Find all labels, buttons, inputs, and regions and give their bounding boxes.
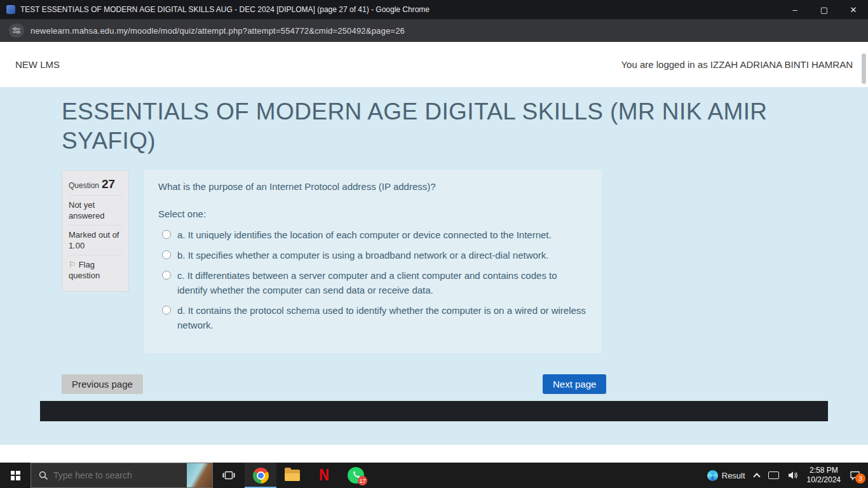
window-controls: – ▢ ✕ <box>780 0 868 19</box>
flag-icon: ⚐ <box>69 260 76 269</box>
touch-keyboard-icon[interactable] <box>768 471 779 479</box>
browser-titlebar: TEST ESSENTIALS OF MODERN AGE DIGITAL SK… <box>0 0 868 19</box>
notification-badge: 3 <box>855 473 865 484</box>
task-view-icon <box>222 470 235 481</box>
action-center-button[interactable]: 3 <box>850 470 860 480</box>
site-header: NEW LMS You are logged in as IZZAH ADRIA… <box>0 42 868 87</box>
netflix-icon: N <box>319 466 329 485</box>
question-number-row: Question27 <box>69 175 122 195</box>
chrome-icon <box>253 468 269 484</box>
show-hidden-icons-chevron-icon[interactable] <box>753 473 760 480</box>
option-c-radio[interactable] <box>162 271 171 280</box>
window-title: TEST ESSENTIALS OF MODERN AGE DIGITAL SK… <box>20 5 780 14</box>
answer-option-b[interactable]: b. It specifies whether a computer is us… <box>158 248 588 262</box>
question-info-box: Question27 Not yet answered Marked out o… <box>62 170 129 292</box>
select-one-prompt: Select one: <box>158 208 588 219</box>
scrollbar-thumb[interactable] <box>862 53 866 84</box>
option-a-label[interactable]: a. It uniquely identifies the location o… <box>177 227 552 242</box>
question-label: Question <box>69 181 99 190</box>
url-bar[interactable]: newelearn.mahsa.edu.my/moodle/mod/quiz/a… <box>0 19 868 42</box>
question-status: Not yet answered <box>69 195 122 225</box>
option-b-radio[interactable] <box>162 250 171 259</box>
tune-icon <box>12 27 21 34</box>
answer-option-d[interactable]: d. It contains the protocol schema used … <box>158 303 588 332</box>
question-marks: Marked out of 1.00 <box>69 225 122 255</box>
site-settings-icon[interactable] <box>9 24 24 37</box>
course-title: ESSENTIALS OF MODERN AGE DIGITAL SKILLS … <box>62 97 773 156</box>
footer-bar <box>40 401 828 421</box>
start-button[interactable] <box>0 463 31 488</box>
option-c-label[interactable]: c. It differentiates between a server co… <box>177 268 588 297</box>
whatsapp-badge: 17 <box>358 476 367 485</box>
maximize-button[interactable]: ▢ <box>810 0 839 19</box>
taskbar-netflix-button[interactable]: N <box>308 463 340 488</box>
site-brand[interactable]: NEW LMS <box>15 59 60 70</box>
taskbar-file-explorer-button[interactable] <box>276 463 308 488</box>
task-view-button[interactable] <box>213 463 245 488</box>
volume-icon[interactable] <box>788 471 798 480</box>
address-url[interactable]: newelearn.mahsa.edu.my/moodle/mod/quiz/a… <box>31 26 405 36</box>
question-text: What is the purpose of an Internet Proto… <box>158 181 588 192</box>
windows-taskbar: N 17 Result 2:58 PM 10/2/2024 <box>0 463 868 488</box>
system-tray: Result 2:58 PM 10/2/2024 3 <box>707 466 868 485</box>
folder-icon <box>285 470 300 481</box>
option-d-radio[interactable] <box>162 306 171 315</box>
taskbar-clock[interactable]: 2:58 PM 10/2/2024 <box>807 466 841 485</box>
option-d-label[interactable]: d. It contains the protocol schema used … <box>177 303 588 332</box>
quiz-page: ESSENTIALS OF MODERN AGE DIGITAL SKILLS … <box>0 87 868 463</box>
question-number: 27 <box>102 177 115 191</box>
search-icon <box>39 471 48 480</box>
answer-option-c[interactable]: c. It differentiates between a server co… <box>158 268 588 297</box>
taskbar-search-box[interactable] <box>31 463 213 488</box>
search-input[interactable] <box>53 470 187 480</box>
answer-options: a. It uniquely identifies the location o… <box>158 227 588 332</box>
clock-time: 2:58 PM <box>807 466 841 475</box>
taskbar-whatsapp-button[interactable]: 17 <box>340 463 372 488</box>
windows-logo-icon <box>11 471 20 480</box>
page-favicon-icon <box>6 5 15 14</box>
flag-question-link[interactable]: ⚐Flag question <box>69 255 122 285</box>
next-page-button[interactable]: Next page <box>543 374 606 394</box>
option-b-label[interactable]: b. It specifies whether a computer is us… <box>177 248 548 262</box>
login-status: You are logged in as IZZAH ADRIANA BINTI… <box>621 59 853 70</box>
taskbar-chrome-button[interactable] <box>245 463 276 488</box>
result-label: Result <box>722 471 745 480</box>
result-app-icon <box>707 470 718 481</box>
clock-date: 10/2/2024 <box>807 475 841 485</box>
close-button[interactable]: ✕ <box>839 0 868 19</box>
previous-page-button[interactable]: Previous page <box>62 374 143 394</box>
minimize-button[interactable]: – <box>780 0 810 19</box>
tray-result-item[interactable]: Result <box>707 470 745 481</box>
search-highlight-image[interactable] <box>187 463 212 487</box>
whatsapp-icon: 17 <box>348 467 364 484</box>
answer-option-a[interactable]: a. It uniquely identifies the location o… <box>158 227 588 242</box>
question-content: What is the purpose of an Internet Proto… <box>144 170 602 353</box>
option-a-radio[interactable] <box>162 230 171 239</box>
